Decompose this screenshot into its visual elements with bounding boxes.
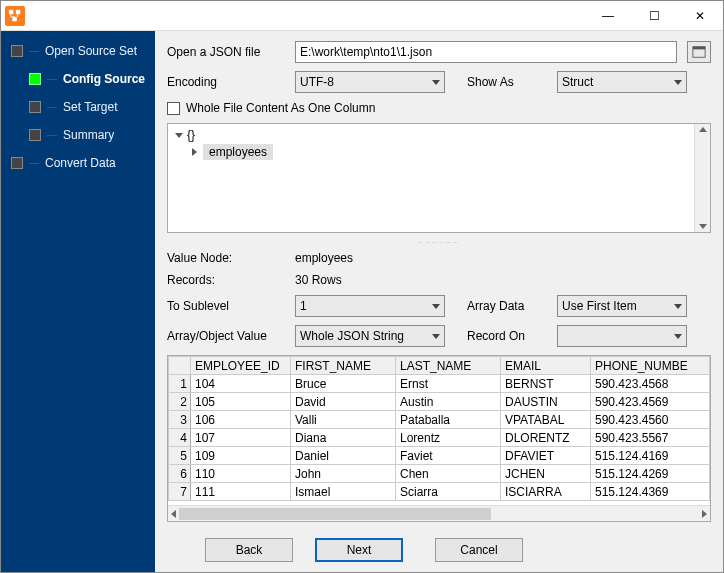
encoding-label: Encoding — [167, 75, 285, 89]
table-cell[interactable]: Sciarra — [396, 483, 501, 501]
table-cell[interactable]: Bruce — [291, 375, 396, 393]
chevron-down-icon — [432, 80, 440, 85]
step-connector — [47, 79, 57, 80]
table-header[interactable]: PHONE_NUMBE — [591, 357, 710, 375]
table-cell[interactable]: DAUSTIN — [501, 393, 591, 411]
to-sublevel-select[interactable]: 1 — [295, 295, 445, 317]
table-row[interactable]: 3106ValliPataballaVPATABAL590.423.4560 — [169, 411, 710, 429]
table-header[interactable]: FIRST_NAME — [291, 357, 396, 375]
table-cell[interactable]: John — [291, 465, 396, 483]
encoding-value: UTF-8 — [300, 75, 334, 89]
wizard-step-3[interactable]: Summary — [1, 121, 155, 149]
table-cell[interactable]: 106 — [191, 411, 291, 429]
table-cell[interactable]: Daniel — [291, 447, 396, 465]
row-number: 3 — [169, 411, 191, 429]
step-connector — [29, 51, 39, 52]
table-cell[interactable]: 110 — [191, 465, 291, 483]
showas-value: Struct — [562, 75, 593, 89]
tree-node-icon — [192, 148, 197, 156]
table-cell[interactable]: 105 — [191, 393, 291, 411]
encoding-select[interactable]: UTF-8 — [295, 71, 445, 93]
table-row[interactable]: 7111IsmaelSciarraISCIARRA515.124.4369 — [169, 483, 710, 501]
table-header[interactable]: EMAIL — [501, 357, 591, 375]
wizard-step-0[interactable]: Open Source Set — [1, 37, 155, 65]
tree-toggle-icon[interactable] — [174, 131, 183, 140]
table-cell[interactable]: 515.124.4169 — [591, 447, 710, 465]
table-row[interactable]: 5109DanielFavietDFAVIET515.124.4169 — [169, 447, 710, 465]
chevron-down-icon — [432, 304, 440, 309]
minimize-icon: — — [602, 9, 614, 23]
wizard-step-1[interactable]: Config Source — [1, 65, 155, 93]
chevron-down-icon — [674, 80, 682, 85]
table-header[interactable]: EMPLOYEE_ID — [191, 357, 291, 375]
table-cell[interactable]: Ernst — [396, 375, 501, 393]
table-cell[interactable]: 515.124.4269 — [591, 465, 710, 483]
table-cell[interactable]: JCHEN — [501, 465, 591, 483]
table-cell[interactable]: DLORENTZ — [501, 429, 591, 447]
table-cell[interactable]: 590.423.4569 — [591, 393, 710, 411]
table-cell[interactable]: DFAVIET — [501, 447, 591, 465]
table-row[interactable]: 6110JohnChenJCHEN515.124.4269 — [169, 465, 710, 483]
table-cell[interactable]: 104 — [191, 375, 291, 393]
step-marker-icon — [29, 101, 41, 113]
step-label: Set Target — [63, 100, 117, 114]
browse-file-button[interactable] — [687, 41, 711, 63]
table-cell[interactable]: Faviet — [396, 447, 501, 465]
table-cell[interactable]: 515.124.4369 — [591, 483, 710, 501]
array-data-label: Array Data — [467, 299, 547, 313]
wizard-step-2[interactable]: Set Target — [1, 93, 155, 121]
array-obj-select[interactable]: Whole JSON String — [295, 325, 445, 347]
table-cell[interactable]: 590.423.4560 — [591, 411, 710, 429]
showas-select[interactable]: Struct — [557, 71, 687, 93]
records-label: Records: — [167, 273, 285, 287]
json-tree-panel[interactable]: {} employees — [167, 123, 711, 233]
tree-root-node[interactable]: {} — [174, 128, 704, 142]
minimize-button[interactable]: — — [585, 1, 631, 31]
table-cell[interactable]: 590.423.4568 — [591, 375, 710, 393]
table-cell[interactable]: Diana — [291, 429, 396, 447]
whole-file-checkbox[interactable] — [167, 102, 180, 115]
table-cell[interactable]: Ismael — [291, 483, 396, 501]
splitter-grip[interactable]: ┄┄┄┄┄┄ — [167, 239, 711, 245]
table-row[interactable]: 1104BruceErnstBERNST590.423.4568 — [169, 375, 710, 393]
step-label: Open Source Set — [45, 44, 137, 58]
next-button[interactable]: Next — [315, 538, 403, 562]
table-cell[interactable]: 109 — [191, 447, 291, 465]
table-corner — [169, 357, 191, 375]
table-cell[interactable]: VPATABAL — [501, 411, 591, 429]
open-json-label: Open a JSON file — [167, 45, 285, 59]
table-cell[interactable]: Chen — [396, 465, 501, 483]
wizard-step-4[interactable]: Convert Data — [1, 149, 155, 177]
table-cell[interactable]: BERNST — [501, 375, 591, 393]
table-cell[interactable]: ISCIARRA — [501, 483, 591, 501]
table-header[interactable]: LAST_NAME — [396, 357, 501, 375]
table-cell[interactable]: 107 — [191, 429, 291, 447]
table-cell[interactable]: Lorentz — [396, 429, 501, 447]
table-scroll-area[interactable]: EMPLOYEE_IDFIRST_NAMELAST_NAMEEMAILPHONE… — [168, 356, 710, 505]
close-button[interactable]: ✕ — [677, 1, 723, 31]
table-cell[interactable]: David — [291, 393, 396, 411]
table-cell[interactable]: Valli — [291, 411, 396, 429]
record-on-select[interactable] — [557, 325, 687, 347]
row-number: 5 — [169, 447, 191, 465]
table-cell[interactable]: Austin — [396, 393, 501, 411]
tree-child-node[interactable]: employees — [192, 144, 704, 160]
json-path-input[interactable] — [295, 41, 677, 63]
open-file-icon — [692, 45, 706, 59]
table-cell[interactable]: 590.423.5567 — [591, 429, 710, 447]
wizard-main: Open a JSON file Encoding UTF-8 Show As … — [155, 31, 723, 572]
back-button[interactable]: Back — [205, 538, 293, 562]
maximize-button[interactable]: ☐ — [631, 1, 677, 31]
to-sublevel-label: To Sublevel — [167, 299, 285, 313]
record-on-label: Record On — [467, 329, 547, 343]
tree-scrollbar[interactable] — [694, 124, 710, 232]
close-icon: ✕ — [695, 9, 705, 23]
table-cell[interactable]: 111 — [191, 483, 291, 501]
cancel-button[interactable]: Cancel — [435, 538, 523, 562]
array-data-select[interactable]: Use First Item — [557, 295, 687, 317]
table-row[interactable]: 2105DavidAustinDAUSTIN590.423.4569 — [169, 393, 710, 411]
table-cell[interactable]: Pataballa — [396, 411, 501, 429]
row-number: 7 — [169, 483, 191, 501]
table-hscrollbar[interactable] — [168, 505, 710, 521]
table-row[interactable]: 4107DianaLorentzDLORENTZ590.423.5567 — [169, 429, 710, 447]
